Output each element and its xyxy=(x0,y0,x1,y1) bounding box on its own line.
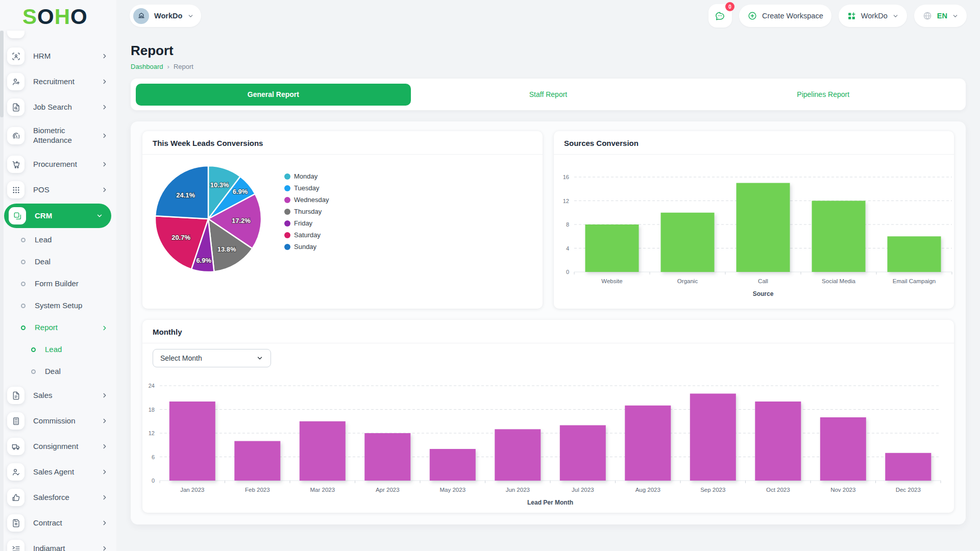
x-tick-label: Jun 2023 xyxy=(506,487,530,493)
legend-dot xyxy=(284,173,290,180)
contract-icon xyxy=(7,514,24,532)
sidebar-item-biometric-attendance-l0[interactable]: Biometric Attendance xyxy=(0,120,116,152)
chevron-right-icon xyxy=(101,161,108,168)
x-tick-label: Organic xyxy=(677,278,698,284)
partial-menu-item[interactable] xyxy=(7,31,24,38)
sidebar-item-procurement-l0[interactable]: Procurement xyxy=(0,152,116,177)
x-tick-label: Email Campaign xyxy=(893,278,936,284)
language-code: EN xyxy=(937,12,947,20)
sidebar-item-form-builder-l1[interactable]: Form Builder xyxy=(0,273,116,295)
salesforce-icon xyxy=(7,489,24,506)
chevron-right-icon xyxy=(101,519,108,527)
sidebar-item-salesforce-l0[interactable]: Salesforce xyxy=(0,485,116,510)
job-search-icon xyxy=(7,98,24,116)
chat-icon xyxy=(714,10,726,22)
sidebar-item-consignment-l0[interactable]: Consignment xyxy=(0,434,116,459)
tab-pipelines-report[interactable]: Pipelines Report xyxy=(685,84,961,106)
sidebar-item-job-search-l0[interactable]: Job Search xyxy=(0,94,116,120)
sidebar-item-sales-agent-l0[interactable]: Sales Agent xyxy=(0,459,116,485)
legend-item-thursday[interactable]: Thursday xyxy=(284,208,329,215)
legend-item-friday[interactable]: Friday xyxy=(284,219,329,227)
y-tick-label: 12 xyxy=(149,430,155,436)
sidebar-item-crm-l0[interactable]: CRM xyxy=(4,204,111,228)
logo-letter: S xyxy=(22,5,37,29)
sidebar-item-lead-l2[interactable]: Lead xyxy=(0,339,116,361)
bullet-icon xyxy=(31,369,36,374)
chevron-right-icon xyxy=(101,186,108,193)
sidebar-item-contract-l0[interactable]: Contract xyxy=(0,510,116,536)
weekly-leads-card: This Week Leads Conversions 10.3%6.9%17.… xyxy=(142,131,543,309)
legend-item-saturday[interactable]: Saturday xyxy=(284,231,329,239)
sidebar-item-indiamart-l0[interactable]: Indiamart xyxy=(0,536,116,551)
report-tabs: General ReportStaff ReportPipelines Repo… xyxy=(131,79,966,110)
sidebar-item-pos-l0[interactable]: POS xyxy=(0,177,116,203)
x-axis-title: Source xyxy=(753,290,774,297)
chevron-down-icon xyxy=(96,212,103,219)
sidebar-item-label: CRM xyxy=(35,211,89,221)
breadcrumb-dashboard-link[interactable]: Dashboard xyxy=(131,63,163,70)
y-tick-label: 24 xyxy=(149,383,155,389)
x-tick-label: Sep 2023 xyxy=(700,487,725,493)
bar-nov-2023 xyxy=(820,417,866,481)
bar-website xyxy=(585,224,639,272)
bar-sep-2023 xyxy=(690,394,736,481)
pie-slice-value: 20.7% xyxy=(172,234,190,241)
sources-chart-svg: 0481216WebsiteOrganicCallSocial MediaEma… xyxy=(554,155,954,307)
legend-label: Sunday xyxy=(294,243,316,251)
monthly-bar-chart: 06121824Jan 2023Feb 2023Mar 2023Apr 2023… xyxy=(142,343,954,513)
sidebar-item-deal-l2[interactable]: Deal xyxy=(0,361,116,383)
breadcrumb: Dashboard › Report xyxy=(131,63,966,70)
bar-aug-2023 xyxy=(625,406,671,481)
create-workspace-button[interactable]: Create Workspace xyxy=(739,5,831,27)
x-axis-title: Lead Per Month xyxy=(527,499,573,506)
legend-label: Saturday xyxy=(294,231,321,239)
legend-item-tuesday[interactable]: Tuesday xyxy=(284,184,329,192)
legend-item-sunday[interactable]: Sunday xyxy=(284,243,329,251)
bar-may-2023 xyxy=(430,449,476,481)
sidebar-item-commission-l0[interactable]: Commission xyxy=(0,408,116,434)
sidebar-item-lead-l1[interactable]: Lead xyxy=(0,229,116,251)
x-tick-label: Oct 2023 xyxy=(766,487,790,493)
x-tick-label: Apr 2023 xyxy=(376,487,400,493)
bar-jan-2023 xyxy=(169,402,215,481)
legend-label: Monday xyxy=(294,172,317,180)
tab-staff-report[interactable]: Staff Report xyxy=(411,84,686,106)
messages-button[interactable]: 0 xyxy=(708,4,732,28)
workspace-switcher[interactable]: WorkDo xyxy=(130,5,201,27)
sidebar-item-label: Report xyxy=(35,323,84,333)
chevron-right-icon xyxy=(101,545,108,551)
soho-logo[interactable]: SOHO xyxy=(0,0,116,30)
grid-plus-icon xyxy=(847,11,856,21)
sidebar-item-label: Sales Agent xyxy=(33,467,87,477)
legend-label: Thursday xyxy=(294,208,322,215)
sidebar-item-sales-l0[interactable]: Sales xyxy=(0,383,116,408)
sidebar-item-label: Commission xyxy=(33,416,87,426)
consignment-icon xyxy=(7,438,24,455)
chevron-right-icon xyxy=(101,494,108,501)
legend-dot xyxy=(284,209,290,215)
sidebar-item-recruitment-l0[interactable]: Recruitment xyxy=(0,69,116,94)
chevron-down-icon xyxy=(256,355,263,362)
create-workspace-label: Create Workspace xyxy=(762,12,823,20)
tab-general-report[interactable]: General Report xyxy=(136,84,411,106)
sidebar-item-deal-l1[interactable]: Deal xyxy=(0,251,116,273)
pie-legend: MondayTuesdayWednesdayThursdayFridaySatu… xyxy=(284,172,329,251)
sidebar-item-label: Salesforce xyxy=(33,493,87,503)
month-select[interactable]: Select Month xyxy=(153,349,271,367)
sources-conversion-card: Sources Conversion 0481216WebsiteOrganic… xyxy=(554,131,954,309)
sidebar-item-label: Form Builder xyxy=(35,279,84,289)
sidebar-item-system-setup-l1[interactable]: System Setup xyxy=(0,295,116,317)
legend-item-monday[interactable]: Monday xyxy=(284,172,329,180)
workdo-menu-button[interactable]: WorkDo xyxy=(839,5,907,27)
chevron-right-icon xyxy=(101,104,108,111)
legend-item-wednesday[interactable]: Wednesday xyxy=(284,196,329,204)
sidebar-item-report-l1[interactable]: Report xyxy=(0,317,116,339)
language-selector[interactable]: EN xyxy=(914,5,967,27)
x-tick-label: May 2023 xyxy=(440,487,466,493)
x-tick-label: Jan 2023 xyxy=(180,487,204,493)
legend-label: Tuesday xyxy=(294,184,319,192)
sidebar-item-hrm-l0[interactable]: HRM xyxy=(0,43,116,69)
pie-chart: 10.3%6.9%17.2%13.8%6.9%20.7%24.1% xyxy=(150,160,267,278)
x-tick-label: Jul 2023 xyxy=(572,487,594,493)
card-title: Monthly xyxy=(142,320,954,343)
